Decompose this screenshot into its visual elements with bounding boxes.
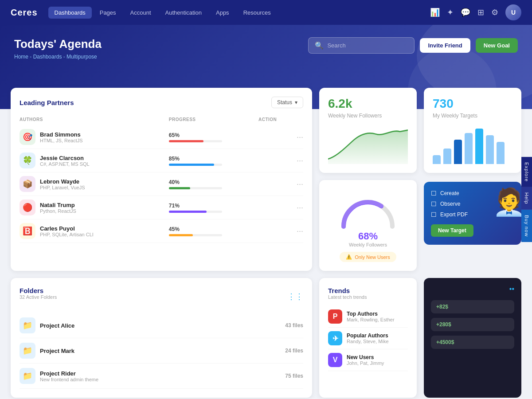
invite-friend-button[interactable]: Invite Friend — [420, 38, 470, 53]
mini-stat-value: +4500$ — [436, 339, 454, 345]
only-new-users-label: Only New Users — [355, 254, 390, 260]
author-avatar: 🎯 — [20, 129, 35, 145]
status-dropdown[interactable]: Status ▾ — [271, 97, 303, 108]
author-skills: PHP, Laravel, VueJS — [40, 185, 85, 190]
nav-item-pages[interactable]: Pages — [94, 7, 122, 19]
search-icon: 🔍 — [315, 41, 324, 50]
user-avatar[interactable]: U — [505, 4, 521, 20]
author-row: 🅱️ Carles Puyol PHP, SQLite, Artisan CLI… — [20, 219, 303, 243]
mini-stats: +82$+280$+4500$ — [431, 300, 514, 349]
grid-icon[interactable]: ⊞ — [477, 8, 484, 17]
progress-percent: 71% — [169, 203, 258, 209]
folder-name: Project Mark — [40, 348, 74, 354]
col-progress: PROGRESS — [169, 117, 258, 122]
progress-bar-fill — [169, 234, 193, 236]
chat-icon[interactable]: 💬 — [461, 8, 470, 17]
trend-item: ✈ Popular Authors Randy, Steve, Mike — [328, 328, 408, 349]
author-skills: C#, ASP.NET, MS SQL — [40, 161, 90, 167]
progress-percent: 65% — [169, 132, 258, 138]
action-dots[interactable]: ··· — [258, 133, 303, 142]
trend-name: Top Authors — [347, 311, 395, 317]
progress-percent: 40% — [169, 179, 258, 185]
side-tab-buy-now[interactable]: Buy now — [521, 210, 532, 242]
trend-item: V New Users John, Pat, Jimmy — [328, 349, 408, 371]
folder-details: Project Rider New frontend admin theme — [40, 370, 98, 382]
trend-icon: ✈ — [328, 331, 342, 345]
mini-stat-item: +280$ — [431, 318, 514, 331]
author-avatar: 🅱️ — [20, 223, 35, 239]
leading-partners-title: Leading Partners — [20, 99, 74, 106]
author-skills: PHP, SQLite, Artisan CLI — [40, 232, 94, 237]
trend-sub: Mark, Rowling, Esther — [347, 317, 395, 322]
settings-icon[interactable]: ⚙ — [491, 8, 498, 17]
folder-name: Project Alice — [40, 322, 74, 329]
author-details: Brad Simmons HTML, JS, ReactJS — [40, 131, 83, 143]
col-authors: AUTHORS — [20, 117, 169, 122]
progress-bar-bg — [169, 234, 222, 236]
mini-dots: •• — [431, 285, 514, 293]
action-dots[interactable]: ··· — [258, 156, 303, 165]
sparkle-icon[interactable]: ✦ — [447, 8, 454, 17]
action-dots[interactable]: ··· — [258, 227, 303, 236]
progress-bar-fill — [169, 211, 207, 213]
author-row: 🎯 Brad Simmons HTML, JS, ReactJS 65% ··· — [20, 125, 303, 149]
progress-bar-bg — [169, 140, 222, 142]
table-headers: AUTHORS PROGRESS ACTION — [20, 115, 303, 125]
progress-percent: 85% — [169, 156, 258, 162]
trend-icon: V — [328, 353, 342, 367]
bar-chart-icon[interactable]: 📊 — [430, 8, 440, 17]
trend-details: New Users John, Pat, Jimmy — [347, 354, 384, 366]
followers-chart — [328, 124, 408, 164]
search-box[interactable]: 🔍 — [308, 37, 415, 54]
action-dots[interactable]: ··· — [258, 180, 303, 189]
trend-name: Popular Authors — [347, 332, 389, 339]
action-dots[interactable]: ··· — [258, 203, 303, 212]
progress-bar-fill — [169, 140, 203, 142]
nav-item-dashboards[interactable]: Dashboards — [48, 7, 92, 19]
new-goal-button[interactable]: New Goal — [476, 38, 518, 53]
mini-stat-value: +280$ — [436, 321, 451, 328]
author-info: 🎯 Brad Simmons HTML, JS, ReactJS — [20, 129, 169, 145]
side-tab-help[interactable]: Help — [521, 187, 532, 210]
nav-item-authentication[interactable]: Authentication — [159, 7, 208, 19]
folders-list: 📁 Project Alice 43 files 📁 Project Mark … — [20, 313, 303, 389]
side-tabs: Explore Help Buy now — [521, 157, 532, 242]
folder-icon: 📁 — [20, 368, 35, 384]
targets-number: 730 — [433, 97, 512, 111]
author-info: 📦 Lebron Wayde PHP, Laravel, VueJS — [20, 176, 169, 192]
author-row: 🍀 Jessie Clarcson C#, ASP.NET, MS SQL 85… — [20, 149, 303, 172]
middle-column: 6.2k Weekly New Followers — [319, 88, 417, 271]
author-name: Lebron Wayde — [40, 178, 85, 185]
trend-details: Popular Authors Randy, Steve, Mike — [347, 332, 389, 344]
bar-item — [486, 135, 494, 164]
nav-item-resources[interactable]: Resources — [237, 7, 277, 19]
trend-icon: P — [328, 309, 342, 324]
bar-column — [443, 149, 451, 164]
author-info: 🔴 Natali Trump Python, ReactJS — [20, 200, 169, 215]
navbar-right: 📊 ✦ 💬 ⊞ ⚙ U — [430, 4, 521, 20]
followers-number: 6.2k — [328, 97, 408, 111]
folder-details: Project Mark — [40, 348, 74, 354]
progress-area: 65% — [169, 132, 258, 142]
author-avatar: 🍀 — [20, 153, 35, 168]
mini-stat-item: +82$ — [431, 300, 514, 313]
side-tab-explore[interactable]: Explore — [521, 157, 532, 187]
gauge-container: 68% Weekly Followers ⚠️ Only New Users — [328, 189, 408, 262]
new-target-button[interactable]: New Target — [431, 224, 473, 237]
followers-label: Weekly New Followers — [328, 113, 408, 119]
progress-bar-fill — [169, 187, 190, 189]
folder-theme: New frontend admin theme — [40, 377, 98, 382]
folder-files: 24 files — [285, 348, 303, 354]
folder-details: Project Alice — [40, 322, 74, 329]
bottom-grid: Folders 32 Active Folders ⋮⋮ 📁 Project A… — [11, 278, 521, 398]
targets-card: 730 My Weekly Targets — [424, 88, 521, 173]
author-details: Lebron Wayde PHP, Laravel, VueJS — [40, 178, 85, 190]
author-row: 🔴 Natali Trump Python, ReactJS 71% ··· — [20, 196, 303, 219]
nav-item-apps[interactable]: Apps — [210, 7, 235, 19]
search-input[interactable] — [327, 42, 408, 49]
author-info: 🍀 Jessie Clarcson C#, ASP.NET, MS SQL — [20, 153, 169, 168]
dots-icon[interactable]: ⋮⋮ — [287, 292, 303, 301]
author-name: Jessie Clarcson — [40, 155, 90, 161]
nav-item-account[interactable]: Account — [124, 7, 157, 19]
bar-column — [475, 129, 483, 164]
